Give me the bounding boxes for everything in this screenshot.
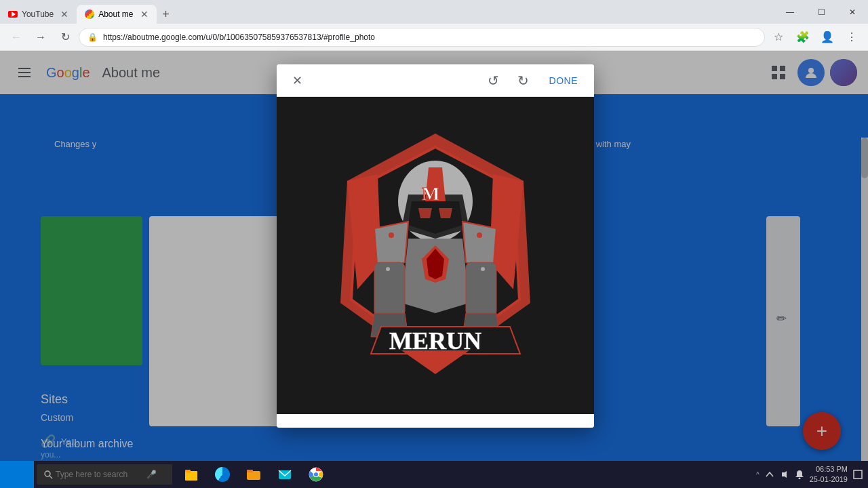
svg-point-34: [386, 267, 390, 271]
taskbar-search-input[interactable]: [56, 470, 144, 479]
tab-youtube-title: YouTube: [22, 9, 54, 19]
rotate-left-button[interactable]: ↺: [481, 68, 506, 93]
search-icon: [43, 470, 53, 479]
back-button[interactable]: ←: [5, 26, 27, 48]
svg-point-40: [45, 471, 50, 476]
taskbar-app-folder[interactable]: [240, 461, 267, 488]
microphone-icon: 🎤: [146, 470, 157, 479]
reload-button[interactable]: ↻: [54, 26, 76, 48]
svg-marker-31: [401, 350, 469, 374]
windows-logo-icon: [10, 468, 24, 481]
rotate-right-button[interactable]: ↻: [511, 68, 536, 93]
merun-logo-svg: M MER: [320, 127, 551, 384]
svg-rect-43: [185, 470, 191, 472]
modal-image-area: M MER: [277, 97, 594, 414]
svg-rect-52: [854, 470, 862, 479]
navbar: ← → ↻ 🔒 https://aboutme.google.com/u/0/b…: [0, 24, 868, 51]
lock-icon: 🔒: [87, 33, 98, 42]
files-icon: [184, 467, 199, 482]
address-bar[interactable]: 🔒 https://aboutme.google.com/u/0/b/10063…: [79, 28, 765, 47]
tab-aboutme-close[interactable]: ✕: [140, 9, 149, 20]
titlebar: YouTube ✕ About me ✕ + — ☐ ✕: [0, 0, 868, 24]
rotate-right-icon: ↻: [517, 73, 529, 89]
svg-marker-19: [439, 208, 452, 218]
tab-youtube[interactable]: YouTube ✕: [0, 5, 77, 24]
modal-bottom-bar: [277, 414, 594, 428]
network-icon: [765, 470, 774, 479]
svg-rect-25: [374, 262, 405, 317]
address-url: https://aboutme.google.com/u/0/b/1006350…: [103, 33, 756, 42]
svg-marker-50: [782, 471, 787, 478]
svg-point-51: [798, 478, 800, 480]
tray-expand-icon[interactable]: ^: [756, 471, 760, 479]
close-button[interactable]: ✕: [837, 0, 868, 24]
taskbar-search[interactable]: 🎤: [37, 464, 172, 485]
svg-point-49: [314, 472, 318, 476]
svg-text:M: M: [422, 183, 439, 204]
google-favicon: [85, 9, 94, 19]
taskbar-app-mail[interactable]: [271, 461, 298, 488]
new-tab-button[interactable]: +: [157, 5, 176, 24]
profile-button[interactable]: 👤: [816, 26, 838, 48]
svg-point-32: [389, 232, 394, 238]
svg-rect-39: [18, 475, 24, 481]
photo-editor-modal: ✕ ↺ ↻ DONE: [277, 64, 594, 428]
bookmark-button[interactable]: ☆: [768, 26, 789, 48]
svg-rect-26: [466, 262, 496, 317]
clock-date: 25-01-2019: [810, 474, 848, 485]
notification-icon: [795, 470, 804, 479]
svg-rect-45: [247, 470, 253, 472]
taskbar-apps: [178, 461, 330, 488]
svg-point-35: [481, 267, 485, 271]
maximize-button[interactable]: ☐: [806, 0, 837, 24]
show-desktop-icon[interactable]: [853, 470, 863, 479]
svg-line-41: [50, 476, 52, 479]
svg-rect-37: [18, 468, 24, 474]
menu-button[interactable]: ⋮: [841, 26, 863, 48]
svg-rect-42: [185, 471, 197, 481]
mail-icon: [277, 467, 292, 482]
close-icon: ✕: [292, 73, 302, 88]
tab-youtube-close[interactable]: ✕: [60, 9, 68, 20]
minimize-button[interactable]: —: [774, 0, 806, 24]
tab-aboutme-title: About me: [98, 9, 133, 19]
taskbar: 🎤: [0, 461, 868, 488]
start-button[interactable]: [0, 461, 34, 488]
tab-bar: YouTube ✕ About me ✕ +: [0, 0, 769, 24]
modal-close-button[interactable]: ✕: [285, 68, 309, 93]
taskbar-tray: ^ 06:53 PM 25-01-2019: [756, 464, 868, 485]
taskbar-app-chrome[interactable]: [302, 461, 330, 488]
forward-button[interactable]: →: [30, 26, 52, 48]
youtube-favicon: [8, 11, 18, 18]
svg-rect-36: [10, 468, 16, 474]
tab-aboutme[interactable]: About me ✕: [77, 5, 156, 24]
taskbar-app-files[interactable]: [178, 461, 205, 488]
modal-toolbar: ✕ ↺ ↻ DONE: [277, 64, 594, 97]
nav-right: ☆ 🧩 👤 ⋮: [768, 26, 863, 48]
chrome-icon: [309, 467, 323, 482]
svg-point-33: [477, 232, 482, 238]
extensions-button[interactable]: 🧩: [792, 26, 814, 48]
window-controls: — ☐ ✕: [774, 0, 868, 24]
done-button[interactable]: DONE: [541, 70, 586, 92]
volume-icon: [780, 470, 789, 479]
edge-icon: [215, 467, 230, 482]
taskbar-app-edge[interactable]: [209, 461, 236, 488]
rotate-left-icon: ↺: [488, 73, 499, 89]
folder-icon: [246, 467, 261, 482]
taskbar-clock: 06:53 PM 25-01-2019: [810, 464, 848, 485]
clock-time: 06:53 PM: [810, 464, 848, 474]
svg-marker-18: [418, 208, 432, 218]
svg-rect-38: [10, 475, 16, 481]
